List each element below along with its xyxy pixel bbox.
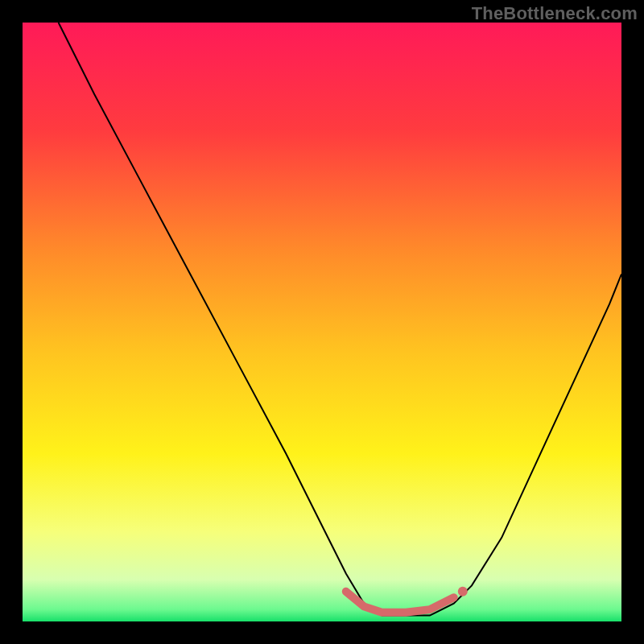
plot-gradient-area <box>23 23 621 621</box>
watermark-text: TheBottleneck.com <box>472 3 638 24</box>
chart-frame: TheBottleneck.com <box>0 0 644 644</box>
trough-end-marker-icon <box>458 587 468 597</box>
curve-svg <box>23 23 621 621</box>
bottleneck-curve-line <box>59 23 621 616</box>
trough-highlight-line <box>346 592 454 613</box>
